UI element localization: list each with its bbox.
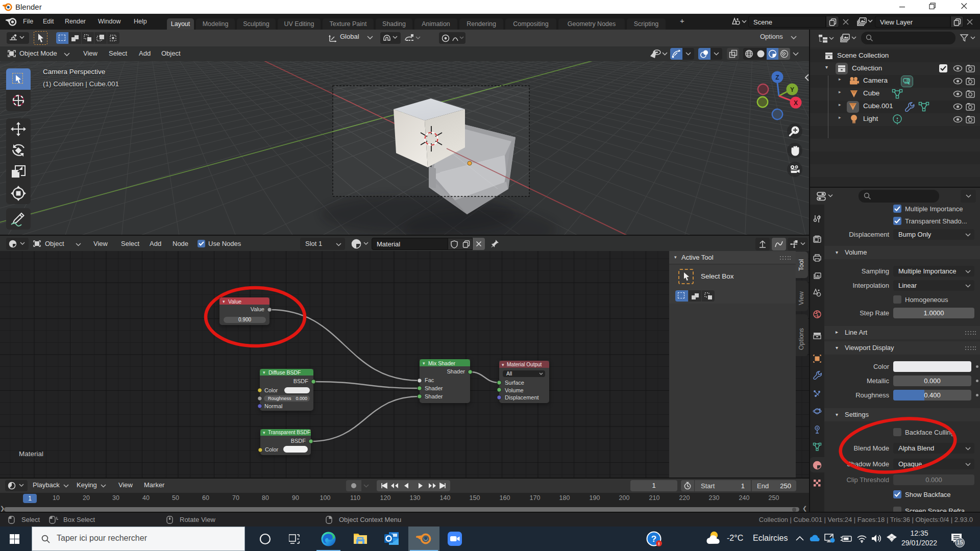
svg-text:Y: Y <box>790 86 794 93</box>
svg-text:Z: Z <box>775 74 779 81</box>
svg-text:?: ? <box>651 534 656 544</box>
svg-text:X: X <box>794 99 798 107</box>
svg-text:!: ! <box>658 541 660 546</box>
